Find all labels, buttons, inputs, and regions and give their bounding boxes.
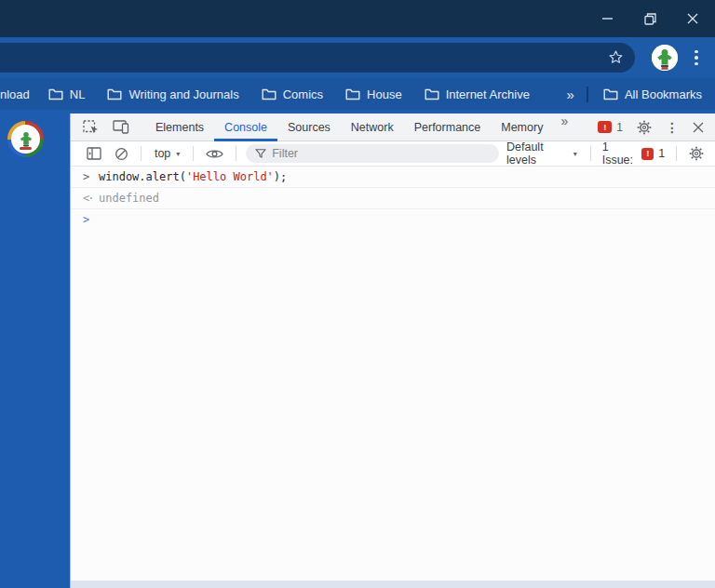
bookmark-folder-house[interactable]: House [345, 87, 402, 101]
result-arrow-icon: <· [83, 192, 99, 205]
devtools-tabbar: Elements Console Sources Network Perform… [71, 114, 715, 141]
devtools-settings-button[interactable] [637, 114, 652, 141]
eye-icon [206, 148, 223, 160]
issues-label: 1 Issue: [602, 140, 638, 167]
filter-input[interactable] [272, 147, 490, 160]
folder-icon [345, 88, 360, 100]
bookmarks-divider [587, 87, 588, 102]
site-logo [7, 121, 44, 157]
tab-elements[interactable]: Elements [145, 114, 214, 141]
bookmarks-overflow-chevron[interactable]: » [554, 87, 587, 102]
bookmark-folder-writing-and-journals[interactable]: Writing and Journals [107, 87, 238, 101]
close-icon [693, 122, 704, 133]
minimize-button[interactable] [592, 0, 624, 37]
window-titlebar [0, 0, 715, 37]
console-sidebar-toggle-button[interactable] [80, 147, 108, 160]
console-toolbar: top ▾ Default levels ▾ 1 Issue: ! 1 [71, 141, 715, 167]
bookmark-label: NL [70, 87, 86, 101]
folder-icon [262, 88, 277, 100]
issue-badge-icon: ! [641, 148, 654, 160]
settings-gear-icon [689, 146, 704, 161]
bookmark-item-download[interactable]: nload [0, 87, 30, 101]
address-bar[interactable] [0, 43, 635, 73]
folder-icon [425, 88, 439, 100]
command-text: window.alert('Hello World'); [99, 170, 287, 183]
console-filter[interactable] [246, 144, 499, 163]
command-echo-chevron: > [83, 170, 99, 183]
devtools-close-button[interactable] [693, 122, 704, 133]
more-tabs-chevron[interactable]: » [553, 114, 574, 141]
devtools-menu-button[interactable]: ⋮ [666, 120, 679, 135]
toolbar-divider [590, 146, 591, 161]
folder-icon [48, 88, 63, 100]
profile-avatar[interactable] [652, 45, 678, 71]
filter-funnel-icon [255, 148, 266, 159]
minimize-icon [602, 13, 614, 24]
folder-icon [603, 88, 618, 100]
tab-memory[interactable]: Memory [491, 114, 553, 141]
error-count: 1 [616, 121, 623, 134]
chevron-down-icon: ▾ [573, 150, 577, 158]
console-prompt-chevron: > [83, 213, 99, 226]
logo-text [20, 147, 32, 150]
devtools-bottom-strip [71, 581, 715, 588]
kebab-menu-icon [695, 50, 698, 54]
devtools-panel: Elements Console Sources Network Perform… [70, 114, 715, 588]
close-icon [687, 13, 698, 24]
issues-counter[interactable]: 1 Issue: ! 1 [597, 140, 670, 167]
bookmark-folder-nl[interactable]: NL [48, 87, 86, 101]
all-bookmarks-button[interactable]: All Bookmarks [603, 87, 702, 101]
console-log: > window.alert('Hello World'); <· undefi… [71, 167, 715, 230]
browser-menu-button[interactable] [689, 47, 704, 69]
issues-count: 1 [658, 147, 665, 160]
inspect-element-button[interactable] [76, 114, 106, 141]
restore-icon [644, 13, 656, 25]
browser-toolbar [0, 37, 715, 78]
tab-performance[interactable]: Performance [404, 114, 492, 141]
log-levels-dropdown[interactable]: Default levels ▾ [499, 140, 585, 167]
console-result-row[interactable]: <· undefined [71, 188, 715, 209]
error-counter[interactable]: ! 1 [598, 121, 623, 134]
folder-icon [107, 88, 122, 100]
close-window-button[interactable] [677, 0, 708, 37]
javascript-context-dropdown[interactable]: top ▾ [147, 147, 187, 160]
bookmark-label: Comics [283, 87, 323, 101]
bookmark-label: All Bookmarks [625, 87, 702, 101]
console-command-row[interactable]: > window.alert('Hello World'); [71, 167, 715, 188]
settings-gear-icon [637, 120, 652, 135]
tab-console[interactable]: Console [214, 114, 277, 141]
bookmark-folder-comics[interactable]: Comics [262, 87, 323, 101]
bookmark-folder-internet-archive[interactable]: Internet Archive [425, 87, 530, 101]
toolbar-divider [141, 146, 142, 161]
live-expression-button[interactable] [199, 148, 230, 160]
toolbar-divider [236, 146, 236, 161]
tab-sources[interactable]: Sources [277, 114, 341, 141]
tab-network[interactable]: Network [341, 114, 404, 141]
bookmark-label: Writing and Journals [128, 87, 238, 101]
result-value: undefined [99, 192, 159, 205]
clear-console-button[interactable] [108, 147, 135, 161]
bookmark-star-icon[interactable] [608, 49, 624, 65]
toolbar-divider [193, 146, 194, 161]
inspect-element-icon [83, 120, 100, 135]
toolbar-divider [676, 146, 677, 161]
restore-button[interactable] [634, 0, 666, 37]
bookmarks-bar: nload NL Writing and Journals Comics Hou… [0, 78, 715, 110]
console-input-row[interactable]: > [71, 209, 715, 230]
clear-console-icon [115, 147, 128, 161]
error-badge-icon: ! [598, 121, 612, 133]
device-toolbar-icon [113, 120, 129, 134]
chevron-down-icon: ▾ [176, 150, 180, 158]
devtools-tabs: Elements Console Sources Network Perform… [145, 114, 574, 141]
bookmark-label: Internet Archive [446, 87, 530, 101]
bookmark-label: House [367, 87, 402, 101]
bookmark-label: nload [0, 87, 30, 101]
device-toolbar-button[interactable] [106, 114, 136, 141]
avatar-image [652, 45, 678, 71]
sidebar-toggle-icon [87, 147, 101, 160]
console-settings-button[interactable] [682, 146, 706, 161]
